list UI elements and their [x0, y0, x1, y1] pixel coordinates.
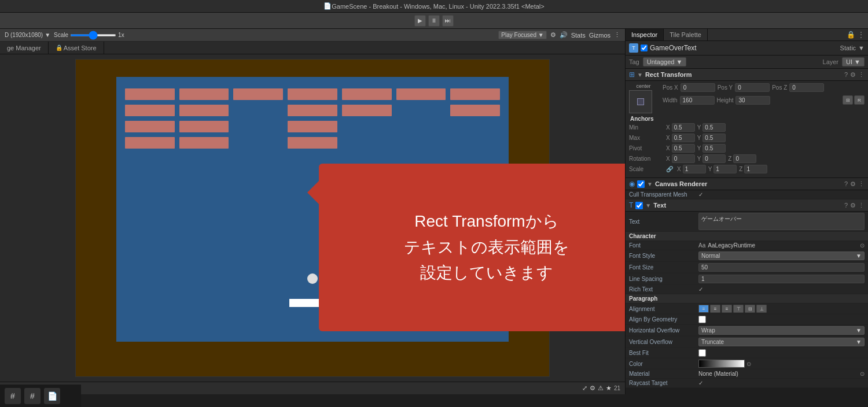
rot-z-input[interactable]	[733, 154, 756, 163]
bottom-icon-file[interactable]: 📄	[44, 388, 60, 404]
viewport-bottom-icon1[interactable]: ⤢	[582, 384, 587, 392]
min-y-input[interactable]	[703, 123, 726, 132]
blueprint-button[interactable]: ⊟	[843, 95, 853, 105]
align-right-button[interactable]: ≡	[722, 305, 732, 313]
scale-z-input[interactable]	[744, 165, 767, 173]
pivot-y-input[interactable]	[703, 144, 726, 153]
viewport-bottom-icon3[interactable]: ⚠	[598, 384, 604, 392]
rot-y-input[interactable]	[703, 154, 726, 163]
more-options-icon[interactable]: ⋮	[858, 31, 865, 39]
tag-layer-row: Tag Untagged ▼ Layer UI ▼	[626, 56, 868, 69]
pos-z-input[interactable]	[789, 83, 824, 92]
font-row: Font Aa AaLegacyRuntime ⊙	[626, 241, 868, 250]
align-top-button[interactable]: ⊤	[733, 305, 744, 313]
text-field-value[interactable]: ゲームオーバー	[698, 213, 865, 230]
game-scene: Rect Transformからテキストの表示範囲を設定していきます	[75, 59, 550, 377]
font-value: AaLegacyRuntime	[708, 242, 858, 249]
alignment-buttons: ≡ ≡ ≡ ⊤ ⊟ ⊥	[698, 305, 767, 313]
max-x-input[interactable]	[672, 134, 695, 142]
pivot-x-input[interactable]	[672, 144, 695, 153]
gizmos-button[interactable]: Gizmos	[589, 32, 610, 39]
width-input[interactable]	[680, 96, 715, 105]
scale-x-input[interactable]	[683, 165, 706, 173]
settings-icon[interactable]: ⚙	[550, 31, 556, 39]
play-button[interactable]: ▶	[414, 15, 426, 27]
max-y-input[interactable]	[703, 134, 726, 142]
vert-overflow-dropdown[interactable]: Truncate ▼	[698, 338, 865, 346]
more-icon[interactable]: ⋮	[858, 71, 865, 79]
material-picker-icon[interactable]: ⊙	[860, 371, 865, 377]
settings-icon[interactable]: ⚙	[850, 71, 856, 79]
height-input[interactable]	[735, 96, 770, 105]
scale-y-input[interactable]	[713, 165, 737, 173]
text-enabled[interactable]	[635, 202, 643, 209]
lock-icon[interactable]: 🔒	[847, 31, 855, 39]
bottom-icon-hash1[interactable]: #	[5, 388, 21, 404]
pos-y-input[interactable]	[735, 83, 770, 92]
align-left-button[interactable]: ≡	[698, 305, 709, 313]
pivot-x-label: X	[666, 145, 670, 151]
step-button[interactable]: ⏭	[442, 15, 454, 27]
help-icon[interactable]: ?	[844, 71, 848, 79]
tab-asset-store[interactable]: 🔒 Asset Store	[49, 42, 104, 54]
help-icon[interactable]: ?	[844, 180, 848, 188]
rot-x-input[interactable]	[672, 154, 695, 163]
pause-button[interactable]: ⏸	[428, 15, 440, 27]
text-section-header[interactable]: T ▼ Text ? ⚙ ⋮	[626, 199, 868, 212]
brick	[233, 88, 283, 100]
help-icon[interactable]: ?	[844, 202, 848, 209]
rect-transform-header[interactable]: ⊞ ▼ Rect Transform ? ⚙ ⋮	[626, 69, 868, 81]
dropdown-arrow: ▼	[856, 339, 862, 345]
viewport-bottom-icon4[interactable]: ★	[606, 384, 612, 392]
layer-dropdown[interactable]: UI ▼	[842, 57, 865, 66]
font-size-input[interactable]	[698, 263, 865, 272]
tab-package-manager[interactable]: ge Manager	[0, 42, 49, 54]
gameobject-enabled-checkbox[interactable]	[641, 45, 648, 51]
pos-x-input[interactable]	[681, 83, 715, 92]
min-y-label: Y	[697, 124, 701, 131]
anchor-preset-button[interactable]	[629, 90, 652, 113]
line-spacing-input[interactable]	[698, 275, 865, 283]
tag-dropdown[interactable]: Untagged ▼	[643, 57, 687, 66]
settings-icon[interactable]: ⚙	[850, 180, 856, 188]
canvas-renderer-header[interactable]: ◉ ▼ Canvas Renderer ? ⚙ ⋮	[626, 178, 868, 190]
stats-button[interactable]: Stats	[571, 32, 586, 39]
scale-slider[interactable]	[70, 34, 116, 36]
canvas-renderer-enabled[interactable]	[637, 180, 645, 188]
viewport-bottom-icon2[interactable]: ⚙	[590, 384, 595, 392]
reset-button[interactable]: R	[854, 95, 865, 105]
audio-icon[interactable]: 🔊	[560, 31, 568, 39]
font-picker-icon[interactable]: ⊙	[860, 242, 865, 249]
window-title: GameScene - Breakout - Windows, Mac, Lin…	[332, 3, 544, 10]
more-icon[interactable]: ⋮	[858, 180, 865, 188]
scale-row: Scale 🔗 X Y Z	[629, 165, 865, 173]
align-by-geometry-checkbox[interactable]	[698, 316, 706, 323]
pos-row: Pos X Pos Y Pos Z	[663, 83, 865, 92]
font-style-dropdown[interactable]: Normal ▼	[698, 251, 865, 260]
alignment-label: Alignment	[629, 306, 698, 312]
game-canvas[interactable]: Rect Transformからテキストの表示範囲を設定していきます	[0, 54, 625, 382]
height-group: Height	[717, 96, 771, 105]
gameobject-name[interactable]: GameOverText	[650, 44, 838, 52]
bottom-icon-hash2[interactable]: #	[24, 388, 41, 404]
min-x-input[interactable]	[672, 123, 695, 132]
title-bar: 📄 GameScene - Breakout - Windows, Mac, L…	[0, 0, 868, 13]
color-picker-icon[interactable]: ⊙	[746, 361, 751, 367]
align-bottom-button[interactable]: ⊥	[756, 305, 767, 313]
best-fit-checkbox[interactable]	[698, 349, 706, 357]
more-icon[interactable]: ⋮	[858, 202, 865, 209]
settings-icon[interactable]: ⚙	[850, 202, 856, 209]
resolution-selector[interactable]: D (1920x1080) ▼	[5, 32, 50, 38]
more-options-icon[interactable]: ⋮	[614, 31, 620, 39]
align-middle-button[interactable]: ⊟	[745, 305, 755, 313]
static-dropdown[interactable]: ▼	[858, 45, 865, 51]
color-swatch[interactable]	[698, 360, 745, 368]
brick	[288, 105, 337, 116]
tab-tile-palette[interactable]: Tile Palette	[664, 29, 708, 40]
play-focused-dropdown[interactable]: Play Focused ▼	[498, 31, 546, 39]
horiz-overflow-dropdown[interactable]: Wrap ▼	[698, 326, 865, 335]
main-layout: D (1920x1080) ▼ Scale 1x Play Focused ▼ …	[0, 29, 868, 394]
tab-inspector[interactable]: Inspector	[626, 29, 664, 40]
cull-mesh-check: ✓	[698, 191, 703, 198]
align-center-button[interactable]: ≡	[710, 305, 720, 313]
